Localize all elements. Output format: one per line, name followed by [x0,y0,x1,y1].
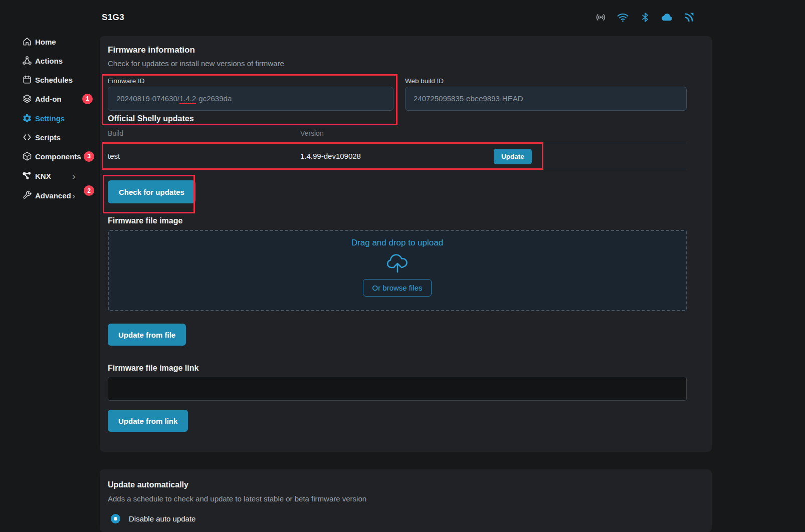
dropzone-text: Drag and drop to upload [351,238,443,248]
sidebar-item-label: Advanced [35,191,71,200]
home-icon [22,37,32,47]
sidebar-item-home[interactable]: Home [0,32,100,51]
sidebar-item-label: Home [35,38,56,46]
page-title: S1G3 [102,13,124,23]
code-icon [22,132,32,142]
sidebar-item-advanced[interactable]: Advanced › 2 [0,186,100,205]
firmware-id-field[interactable]: 20240819-074630/1.4.2-gc2639da [108,87,393,111]
update-from-file-button[interactable]: Update from file [108,324,186,346]
sidebar-item-schedules[interactable]: Schedules [0,70,100,89]
sidebar-item-label: Components [35,152,81,161]
cloud-upload-icon [384,251,411,274]
version-cell: 1.4.99-dev109028 [300,152,361,160]
firmware-file-link-heading: Firmware file image link [108,364,198,373]
advanced-badge: 2 [84,185,94,196]
build-cell: test [108,152,120,160]
layers-icon [22,94,32,104]
firmware-id-value-2: -gc2639da [196,94,232,103]
broadcast-icon [594,11,607,24]
card-title: Firmware information [108,45,195,55]
column-header-build: Build [108,129,123,137]
sidebar-item-label: Actions [35,57,63,65]
wrench-icon [22,190,32,200]
firmware-id-value-highlighted: 1.4.2 [179,94,196,104]
sidebar-item-scripts[interactable]: Scripts [0,128,100,147]
disable-auto-update-option[interactable]: Disable auto update [111,514,195,523]
sidebar-item-label: KNX [35,172,51,180]
gear-icon [22,113,32,123]
cube-icon [22,151,32,161]
update-row-button[interactable]: Update [494,149,532,164]
firmware-file-image-heading: Firmware file image [108,216,182,225]
chevron-right-icon: › [72,171,75,181]
update-from-link-button[interactable]: Update from link [108,410,188,432]
sidebar-item-actions[interactable]: Actions [0,51,100,70]
sidebar-item-add-on[interactable]: Add-on 1 [0,89,100,108]
sidebar-item-components[interactable]: Components 3 [0,147,100,166]
cloud-icon [661,11,673,24]
column-header-version: Version [300,129,324,137]
firmware-link-input[interactable] [108,377,687,401]
sidebar-item-knx[interactable]: KNX › [0,166,100,185]
browse-files-button[interactable]: Or browse files [363,279,431,297]
access-point-icon [683,11,695,24]
add-on-badge: 1 [82,94,93,104]
card-subtitle: Check for updates or install new version… [108,59,284,68]
actions-icon [22,56,32,66]
firmware-information-card: Firmware information Check for updates o… [100,36,712,452]
page: { "app": { "device_title": "S1G3" }, "st… [0,0,805,532]
sidebar-item-label: Settings [35,114,65,123]
radio-selected-icon[interactable] [111,514,120,523]
card-subtitle: Adds a schedule to check and update to l… [108,494,366,503]
web-build-id-label: Web build ID [405,77,444,85]
firmware-id-value-1: 20240819-074630/ [116,94,179,103]
statusbar [594,11,695,24]
firmware-id-label: Firmware ID [108,77,145,85]
check-for-updates-button[interactable]: Check for updates [108,180,195,203]
calendar-icon [22,75,32,85]
sidebar-item-label: Add-on [35,95,61,103]
update-automatically-card: Update automatically Adds a schedule to … [100,469,712,532]
sidebar: Home Actions Schedules Add-on 1 [0,0,100,532]
sidebar-item-label: Scripts [35,133,61,142]
table-row: test 1.4.99-dev109028 Update [108,143,687,169]
card-title: Update automatically [108,480,188,489]
bluetooth-icon [639,11,651,24]
chevron-right-icon: › [72,191,75,200]
radio-label: Disable auto update [129,514,195,523]
official-updates-heading: Official Shelly updates [108,114,194,123]
sidebar-item-settings[interactable]: Settings [0,109,100,128]
file-dropzone[interactable]: Drag and drop to upload Or browse files [108,230,687,311]
sidebar-item-label: Schedules [35,76,73,84]
components-badge: 3 [84,151,94,162]
web-build-id-field[interactable]: 240725095835-ebee9893-HEAD [405,87,687,111]
wifi-icon [617,11,629,24]
network-icon [22,171,32,181]
